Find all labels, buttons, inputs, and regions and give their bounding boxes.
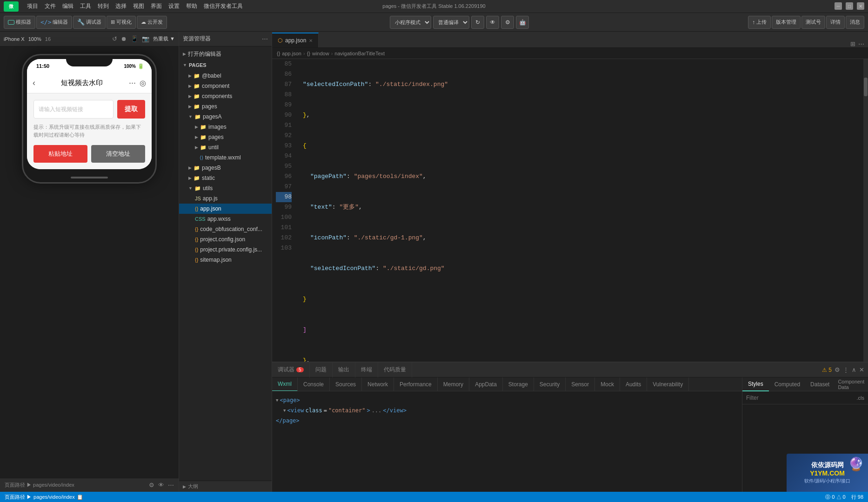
sub-tab-wxml[interactable]: Wxml	[272, 377, 298, 391]
file-item-sitemap[interactable]: {} sitemap.json	[179, 255, 272, 265]
mode-select[interactable]: 小程序模式	[390, 16, 431, 29]
file-item-template[interactable]: ⟨⟩ template.wxml	[179, 152, 272, 163]
phone-back-button[interactable]: ‹	[33, 78, 35, 88]
devtools-settings-icon[interactable]: ⚙	[835, 366, 840, 373]
sub-tab-sensor[interactable]: Sensor	[566, 377, 595, 391]
simulator-button[interactable]: 模拟器	[4, 16, 35, 29]
file-item-until[interactable]: ▶ 📁 until	[179, 142, 272, 152]
menu-item-view[interactable]: 视图	[133, 2, 144, 10]
sub-tab-vulnerability[interactable]: Vulnerability	[647, 377, 689, 391]
file-item-utils[interactable]: ▼ 📁 utils	[179, 183, 272, 193]
sim-settings-icon[interactable]: ⚙	[149, 482, 154, 489]
devtools-more-icon[interactable]: ⋮	[843, 366, 849, 373]
menu-item-wechat[interactable]: 微信开发者工具	[204, 2, 243, 10]
expand-arrow[interactable]: ▼	[276, 395, 278, 405]
code-editor[interactable]: 85 86 87 88 89 90 91 92 93 94 95 96 97 9…	[272, 59, 868, 362]
file-item-images[interactable]: ▶ 📁 images	[179, 122, 272, 132]
styles-tab-computed[interactable]: Computed	[769, 377, 806, 391]
sub-tab-security[interactable]: Security	[534, 377, 566, 391]
minimize-button[interactable]: ─	[835, 2, 842, 10]
file-item-pages-sub[interactable]: ▶ 📁 pages	[179, 132, 272, 142]
sim-eye-icon[interactable]: 👁	[158, 482, 164, 489]
menu-item-settings[interactable]: 设置	[168, 2, 180, 10]
settings-gear-button[interactable]: ⚙	[501, 16, 514, 29]
dom-line-1[interactable]: ▼ <page>	[276, 395, 738, 405]
devtools-collapse-icon[interactable]: ∧	[852, 366, 856, 373]
file-item-projectprivate[interactable]: {} project.private.config.js...	[179, 244, 272, 255]
tab-appjson[interactable]: ⬡ app.json ✕	[272, 33, 319, 47]
sub-tab-performance[interactable]: Performance	[394, 377, 438, 391]
file-item-babel[interactable]: ▶ 📁 @babel	[179, 71, 272, 81]
phone-scan-icon[interactable]: ◎	[140, 79, 146, 87]
file-item-component[interactable]: ▶ 📁 component	[179, 81, 272, 91]
styles-filter-input[interactable]	[746, 395, 855, 401]
expand-arrow-2[interactable]: ▼	[283, 405, 286, 416]
test-button[interactable]: 测试号	[801, 16, 825, 29]
cloud-button[interactable]: ☁ 云开发	[137, 16, 167, 29]
styles-tab-styles[interactable]: Styles	[742, 377, 769, 391]
menu-item-interface[interactable]: 界面	[151, 2, 162, 10]
split-editor-icon[interactable]: ⊞	[850, 40, 855, 47]
refresh-button[interactable]: ↻	[471, 16, 484, 29]
devtools-close-icon[interactable]: ✕	[859, 366, 864, 373]
tab-problems[interactable]: 问题	[310, 363, 333, 377]
open-editors-item[interactable]: ▶ 打开的编辑器	[179, 48, 272, 59]
upload-button[interactable]: ↑ 上传	[748, 16, 771, 29]
message-button[interactable]: 消息	[846, 16, 864, 29]
styles-tab-dataset[interactable]: Dataset	[806, 377, 834, 391]
eye-button[interactable]: 👁	[486, 16, 499, 29]
sub-tab-mock[interactable]: Mock	[595, 377, 620, 391]
menu-item-tool[interactable]: 工具	[80, 2, 91, 10]
file-item-appjs[interactable]: JS app.js	[179, 193, 272, 204]
menu-item-file[interactable]: 文件	[45, 2, 56, 10]
sub-tab-console[interactable]: Console	[298, 377, 330, 391]
outline-button[interactable]: ▶ 大纲	[179, 481, 272, 492]
tab-terminal[interactable]: 终端	[355, 363, 378, 377]
sub-tab-audits[interactable]: Audits	[620, 377, 647, 391]
tab-code-quality[interactable]: 代码质量	[378, 363, 412, 377]
sub-tab-network[interactable]: Network	[362, 377, 394, 391]
inspect-icon[interactable]: 📋	[77, 494, 83, 500]
menu-item-edit[interactable]: 编辑	[62, 2, 73, 10]
file-panel-more[interactable]: ⋯	[262, 35, 268, 42]
tab-close-icon[interactable]: ✕	[309, 38, 313, 43]
close-button[interactable]: ✕	[857, 2, 864, 10]
phone-paste-button[interactable]: 粘贴地址	[33, 145, 87, 163]
sub-tab-storage[interactable]: Storage	[503, 377, 534, 391]
rotate-button[interactable]: ↺	[112, 35, 117, 42]
phone-submit-button[interactable]: 提取	[117, 100, 145, 119]
menu-item-project[interactable]: 项目	[27, 2, 38, 10]
file-item-obfuscation[interactable]: {} code_obfuscation_conf...	[179, 224, 272, 234]
hotspot-button[interactable]: 热重载 ▼	[153, 35, 175, 42]
dom-line-2[interactable]: ▼ <view class="container"> ... </view>	[276, 405, 738, 416]
file-item-static[interactable]: ▶ 📁 static	[179, 173, 272, 183]
phone-url-input[interactable]: 请输入短视频链接	[33, 100, 114, 119]
robot-button[interactable]: 🤖	[516, 16, 529, 29]
debug-button[interactable]: 🔧 调试器	[73, 16, 106, 29]
sub-tab-appdata[interactable]: AppData	[469, 377, 503, 391]
phone-icon[interactable]: 📱	[131, 35, 138, 42]
file-item-appjson[interactable]: {} app.json	[179, 204, 272, 214]
maximize-button[interactable]: □	[846, 2, 853, 10]
file-item-components[interactable]: ▶ 📁 components	[179, 91, 272, 101]
sim-more-icon[interactable]: ⋯	[168, 482, 174, 489]
editor-scrollbar[interactable]	[863, 59, 868, 362]
pages-root-folder[interactable]: ▼ PAGES	[179, 59, 272, 71]
version-button[interactable]: 版本管理	[772, 16, 801, 29]
detail-button[interactable]: 详情	[826, 16, 845, 29]
editor-button[interactable]: </> 编辑器	[36, 16, 72, 29]
compile-select[interactable]: 普通编译	[433, 16, 469, 29]
screenshot-button[interactable]: 📷	[142, 35, 149, 42]
menu-item-select[interactable]: 选择	[115, 2, 127, 10]
tab-debugger[interactable]: 调试器 5	[272, 363, 310, 377]
file-item-projectconfig[interactable]: {} project.config.json	[179, 234, 272, 244]
file-item-pagesB[interactable]: ▶ 📁 pagesB	[179, 163, 272, 173]
phone-clear-button[interactable]: 清空地址	[91, 145, 145, 163]
menu-item-goto[interactable]: 转到	[98, 2, 109, 10]
file-item-appwxss[interactable]: CSS app.wxss	[179, 214, 272, 224]
phone-more-icon[interactable]: ···	[129, 78, 136, 88]
visual-button[interactable]: ⊞ 可视化	[107, 16, 136, 29]
file-item-pagesA[interactable]: ▼ 📁 pagesA	[179, 112, 272, 122]
more-editor-icon[interactable]: ⋯	[858, 40, 864, 47]
sub-tab-sources[interactable]: Sources	[330, 377, 362, 391]
